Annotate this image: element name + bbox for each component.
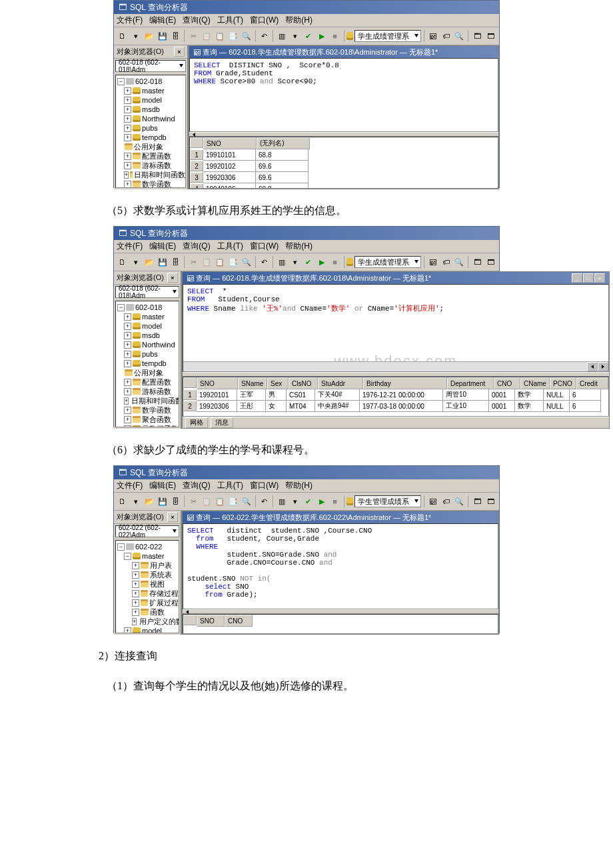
- col-cno[interactable]: CNO: [225, 615, 253, 627]
- menu-file[interactable]: 文件(F): [117, 480, 143, 491]
- db-node-northwind[interactable]: +Northwind: [116, 114, 185, 123]
- results-grid[interactable]: SNO (无列名) 1 19910101 68.8 2 19920102 69.…: [189, 137, 498, 189]
- save-all-button[interactable]: 🗄: [170, 495, 182, 508]
- obj-browser-button[interactable]: 🔍: [454, 255, 466, 269]
- folder-node[interactable]: +配置函数: [116, 151, 185, 161]
- undo-button[interactable]: ↶: [259, 255, 271, 269]
- server-node[interactable]: −602-022: [116, 542, 179, 551]
- object-tree[interactable]: −602-018 +master +model +msdb +Northwind…: [115, 75, 186, 188]
- help-button[interactable]: 🗖: [484, 495, 496, 508]
- paste-button[interactable]: 📋: [214, 255, 226, 269]
- menu-help[interactable]: 帮助(H): [285, 15, 312, 26]
- results-button[interactable]: 📑: [227, 255, 239, 269]
- menu-help[interactable]: 帮助(H): [285, 241, 312, 252]
- execute-button[interactable]: ✔: [303, 495, 314, 508]
- open-button[interactable]: 📂: [143, 495, 155, 508]
- menu-file[interactable]: 文件(F): [117, 241, 143, 252]
- run-button[interactable]: ▶: [316, 255, 328, 269]
- paste-button[interactable]: 📋: [214, 495, 226, 508]
- db-node[interactable]: +model: [116, 626, 179, 633]
- folder-node[interactable]: +数学函数: [116, 179, 185, 188]
- table-row[interactable]: 1 19910101 68.8: [190, 149, 498, 161]
- copy-button[interactable]: 📋: [201, 495, 213, 508]
- close-button[interactable]: ×: [594, 273, 605, 283]
- titlebar[interactable]: 🗔 SQL 查询分析器: [114, 466, 499, 479]
- menu-window[interactable]: 窗口(W): [250, 15, 279, 26]
- folder-node[interactable]: 公用对象: [116, 368, 179, 377]
- folder-node[interactable]: +数学函数: [116, 405, 179, 415]
- stop-button[interactable]: ■: [329, 29, 341, 43]
- menu-query[interactable]: 查询(Q): [183, 241, 210, 252]
- show-plan-button[interactable]: 🗟: [427, 495, 439, 508]
- hscrollbar[interactable]: [183, 361, 608, 371]
- sql-editor[interactable]: SELECT distinct student.SNO ,Course.CNO …: [183, 523, 498, 609]
- folder-node[interactable]: +用户表: [116, 561, 179, 570]
- server-node[interactable]: −602-018: [116, 303, 179, 312]
- menu-help[interactable]: 帮助(H): [285, 480, 312, 491]
- execute-button[interactable]: ✔: [303, 255, 314, 269]
- undo-button[interactable]: ↶: [259, 495, 271, 508]
- col-sname[interactable]: SName: [238, 377, 267, 389]
- exec-mode-button[interactable]: ▥: [276, 29, 288, 43]
- help-button[interactable]: 🗖: [484, 255, 496, 269]
- show-plan-button[interactable]: 🗟: [427, 29, 439, 43]
- database-combo[interactable]: 学生成绩管理系: [354, 256, 421, 268]
- folder-node[interactable]: +函数: [116, 607, 179, 617]
- exec-mode-dropdown[interactable]: ▾: [289, 29, 301, 43]
- options-button[interactable]: 🗔: [471, 495, 483, 508]
- col-sno[interactable]: SNO: [203, 137, 257, 149]
- exec-mode-button[interactable]: ▥: [276, 495, 288, 508]
- tab-grid[interactable]: 网格: [185, 417, 208, 428]
- dropdown-arrow[interactable]: ▾: [130, 29, 142, 43]
- titlebar[interactable]: 🗔 SQL 查询分析器: [114, 227, 499, 240]
- help-button[interactable]: 🗖: [484, 29, 496, 43]
- close-icon[interactable]: ×: [167, 512, 178, 522]
- col-birthday[interactable]: Birthday: [363, 377, 447, 389]
- folder-node[interactable]: +游标函数: [116, 161, 185, 170]
- run-button[interactable]: ▶: [316, 29, 328, 43]
- copy-button[interactable]: 📋: [201, 255, 213, 269]
- db-node[interactable]: +Northwind: [116, 340, 179, 349]
- folder-node[interactable]: +存储过程: [116, 589, 179, 598]
- folder-node[interactable]: +日期和时间函数: [116, 170, 185, 179]
- exec-mode-button[interactable]: ▥: [276, 255, 288, 269]
- folder-node[interactable]: +日期和时间函数: [116, 396, 179, 405]
- col-department[interactable]: Department: [447, 377, 494, 389]
- new-query-button[interactable]: 🗋: [117, 29, 129, 43]
- save-all-button[interactable]: 🗄: [170, 29, 182, 43]
- db-node[interactable]: +pubs: [116, 349, 179, 359]
- db-node[interactable]: +master: [116, 312, 179, 321]
- maximize-button[interactable]: □: [583, 273, 594, 283]
- db-node[interactable]: +tempdb: [116, 359, 179, 368]
- db-node-tempdb[interactable]: +tempdb: [116, 133, 185, 142]
- save-all-button[interactable]: 🗄: [170, 255, 182, 269]
- table-row[interactable]: 1 19920101 王军 男 CS01 下关40# 1976-12-21 00…: [183, 389, 608, 401]
- execute-button[interactable]: ✔: [303, 29, 314, 43]
- col-unnamed[interactable]: (无列名): [257, 137, 310, 149]
- obj-browser-button[interactable]: 🔍: [454, 495, 466, 508]
- folder-node[interactable]: +扩展过程: [116, 598, 179, 607]
- server-combo[interactable]: 602-018 (602-018\Adm: [115, 286, 179, 298]
- find-button[interactable]: 🔍: [241, 495, 253, 508]
- dropdown-arrow[interactable]: ▾: [130, 255, 142, 269]
- db-node-master[interactable]: +master: [116, 86, 185, 95]
- options-button[interactable]: 🗔: [471, 255, 483, 269]
- server-combo[interactable]: 602-022 (602-022\Adm: [115, 525, 179, 537]
- col-sno[interactable]: SNO: [197, 615, 225, 627]
- sql-editor[interactable]: SELECT DISTINCT SNO , Score*0.8 FROM Gra…: [189, 58, 498, 132]
- options-button[interactable]: 🗔: [471, 29, 483, 43]
- db-node[interactable]: +msdb: [116, 331, 179, 340]
- save-button[interactable]: 💾: [157, 495, 169, 508]
- results-grid[interactable]: SNO SName Sex ClsNO StuAddr Birthday Dep…: [183, 377, 609, 417]
- folder-node[interactable]: +配置函数: [116, 377, 179, 387]
- cut-button[interactable]: ✂: [187, 495, 199, 508]
- menu-query[interactable]: 查询(Q): [183, 480, 210, 491]
- server-combo[interactable]: 602-018 (602-018\Adm: [115, 60, 186, 72]
- menu-edit[interactable]: 编辑(E): [149, 480, 176, 491]
- menu-tools[interactable]: 工具(T): [217, 15, 243, 26]
- db-node-model[interactable]: +model: [116, 95, 185, 105]
- new-query-button[interactable]: 🗋: [117, 255, 129, 269]
- dropdown-arrow[interactable]: ▾: [130, 495, 142, 508]
- results-button[interactable]: 📑: [227, 29, 239, 43]
- object-tree[interactable]: −602-018 +master +model +msdb +Northwind…: [115, 301, 179, 427]
